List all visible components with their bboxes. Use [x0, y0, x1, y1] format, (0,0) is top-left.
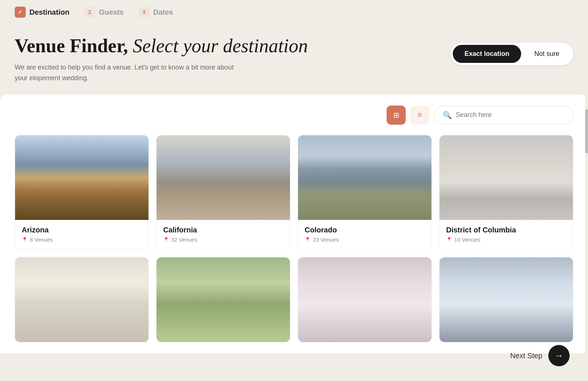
- venue-card-info-arizona: Arizona 📍 8 Venues: [15, 220, 148, 249]
- list-view-button[interactable]: ≡: [410, 106, 429, 125]
- venue-count-text-arizona: 8 Venues: [30, 236, 53, 243]
- venue-count-text-california: 32 Venues: [171, 236, 197, 243]
- venue-image-row2b: [157, 257, 290, 342]
- step-label-destination: Destination: [29, 8, 69, 17]
- top-navigation: ✓ Destination 2 Guests 3 Dates: [0, 0, 588, 24]
- pin-icon-colorado: 📍: [305, 237, 311, 242]
- toolbar: ⊞ ≡ 🔍: [15, 106, 573, 125]
- step-badge-destination: ✓: [15, 7, 26, 18]
- hero-description: We are excited to help you find a venue.…: [15, 62, 243, 83]
- next-step-bar: Next Step →: [510, 345, 570, 366]
- venue-image-arizona: [15, 135, 148, 220]
- venue-image-california: [157, 135, 290, 220]
- venue-image-colorado: [298, 135, 431, 220]
- venue-card-arizona[interactable]: Arizona 📍 8 Venues: [15, 135, 149, 250]
- venue-card-colorado[interactable]: Colorado 📍 23 Venues: [298, 135, 432, 250]
- venue-card-row2c[interactable]: [298, 257, 432, 342]
- venue-cards-grid: Arizona 📍 8 Venues California 📍 32 Venue…: [15, 135, 573, 342]
- venue-name-colorado: Colorado: [305, 226, 425, 234]
- venue-card-info-california: California 📍 32 Venues: [157, 220, 290, 249]
- venue-image-row2d: [440, 257, 573, 342]
- venue-card-california[interactable]: California 📍 32 Venues: [156, 135, 290, 250]
- venue-card-row2d[interactable]: [439, 257, 573, 342]
- step-label-dates: Dates: [153, 8, 173, 17]
- main-content: ⊞ ≡ 🔍 Arizona 📍 8 Venues Californ: [0, 95, 588, 353]
- venue-image-row2c: [298, 257, 431, 342]
- search-bar: 🔍: [434, 106, 573, 124]
- hero-text: Venue Finder, Select your destination We…: [15, 35, 308, 83]
- venue-count-california: 📍 32 Venues: [163, 236, 283, 243]
- venue-count-colorado: 📍 23 Venues: [305, 236, 425, 243]
- hero-title-plain: Venue Finder,: [15, 35, 128, 56]
- location-toggle: Exact location Not sure: [451, 43, 573, 65]
- next-step-label: Next Step: [510, 352, 542, 360]
- venue-card-info-colorado: Colorado 📍 23 Venues: [298, 220, 431, 249]
- not-sure-button[interactable]: Not sure: [523, 45, 571, 63]
- venue-count-text-dc: 10 Venues: [454, 236, 480, 243]
- venue-card-row2b[interactable]: [156, 257, 290, 342]
- search-icon: 🔍: [443, 111, 452, 120]
- venue-name-california: California: [163, 226, 283, 234]
- venue-count-arizona: 📍 8 Venues: [22, 236, 142, 243]
- hero-section: Venue Finder, Select your destination We…: [0, 24, 588, 95]
- next-step-button[interactable]: →: [548, 345, 570, 366]
- pin-icon-dc: 📍: [446, 237, 452, 242]
- nav-step-guests[interactable]: 2 Guests: [84, 7, 124, 18]
- venue-image-row2a: [15, 257, 148, 342]
- step-badge-dates: 3: [139, 7, 150, 18]
- venue-card-dc[interactable]: District of Columbia 📍 10 Venues: [439, 135, 573, 250]
- scrollbar-thumb[interactable]: [585, 109, 588, 153]
- venue-image-dc: [440, 135, 573, 220]
- exact-location-button[interactable]: Exact location: [453, 45, 521, 63]
- venue-name-dc: District of Columbia: [446, 226, 566, 234]
- hero-title-italic: Select your destination: [133, 35, 308, 56]
- grid-icon: ⊞: [393, 111, 399, 120]
- venue-count-dc: 📍 10 Venues: [446, 236, 566, 243]
- hero-title: Venue Finder, Select your destination: [15, 35, 308, 56]
- venue-card-info-dc: District of Columbia 📍 10 Venues: [440, 220, 573, 249]
- pin-icon-california: 📍: [163, 237, 169, 242]
- step-badge-guests: 2: [84, 7, 95, 18]
- grid-view-button[interactable]: ⊞: [387, 106, 406, 125]
- venue-count-text-colorado: 23 Venues: [313, 236, 339, 243]
- scrollbar-track[interactable]: [585, 95, 588, 353]
- pin-icon-arizona: 📍: [22, 237, 28, 242]
- nav-step-dates[interactable]: 3 Dates: [139, 7, 173, 18]
- list-icon: ≡: [417, 111, 422, 119]
- step-label-guests: Guests: [99, 8, 124, 17]
- venue-card-row2a[interactable]: [15, 257, 149, 342]
- search-input[interactable]: [456, 111, 564, 119]
- venue-name-arizona: Arizona: [22, 226, 142, 234]
- nav-step-destination[interactable]: ✓ Destination: [15, 7, 69, 18]
